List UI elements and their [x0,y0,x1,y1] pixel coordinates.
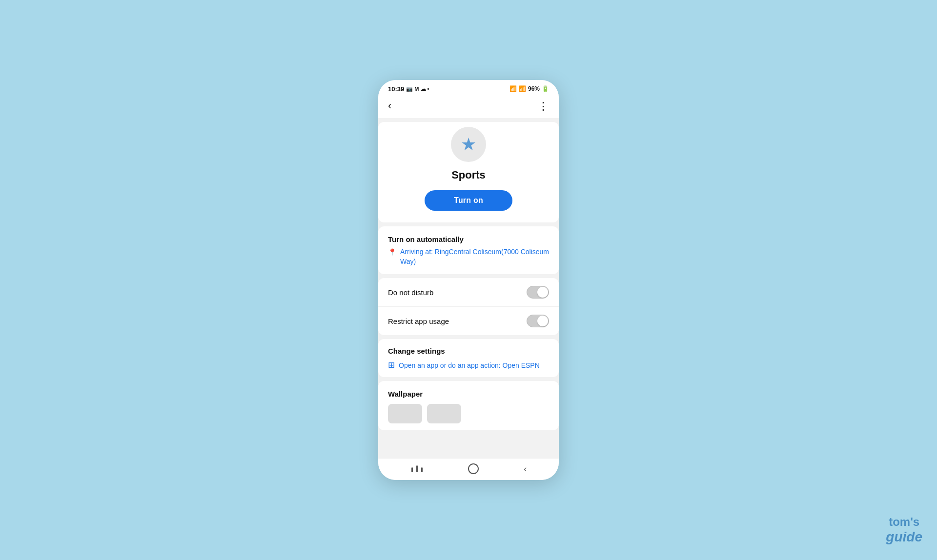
signal-icon: 📶 [519,85,526,92]
wallpaper-thumb-2[interactable] [427,404,461,423]
change-settings-section: Change settings ⊞ Open an app or do an a… [378,339,559,377]
app-action-icon: ⊞ [388,360,395,370]
location-row[interactable]: 📍 Arriving at: RingCentral Coliseum(7000… [388,247,549,266]
scroll-area: ★ Sports Turn on Turn on automatically 📍… [378,118,559,458]
change-settings-title: Change settings [388,347,549,355]
phone-frame: 10:39 📷 M ☁ • 📶 📶 96% 🔋 ‹ ⋮ ★ Sports Tur… [378,80,559,480]
bottom-nav: ‹ [378,458,559,480]
app-action-link[interactable]: Open an app or do an app action: Open ES… [399,361,540,369]
restrict-app-usage-label: Restrict app usage [388,317,449,325]
location-link[interactable]: Arriving at: RingCentral Coliseum(7000 C… [400,247,549,266]
wallpaper-section: Wallpaper [378,381,559,430]
wallpaper-thumbs [388,404,549,423]
turn-on-automatically-title: Turn on automatically [388,235,549,243]
restrict-app-usage-toggle-knob [537,316,548,326]
home-icon [468,463,479,474]
star-icon: ★ [461,134,476,155]
nav-line-2 [416,465,418,472]
nav-line-1 [411,467,413,472]
watermark-line1: tom's [886,515,922,529]
status-bar: 10:39 📷 M ☁ • 📶 📶 96% 🔋 [378,80,559,96]
do-not-disturb-row: Do not disturb [378,278,559,307]
toggles-card: Do not disturb Restrict app usage [378,278,559,335]
home-button[interactable] [468,463,479,474]
app-action-row[interactable]: ⊞ Open an app or do an app action: Open … [388,360,549,370]
location-pin-icon: 📍 [388,248,396,256]
recent-apps-button[interactable] [410,465,424,472]
back-nav-icon: ‹ [524,464,527,474]
back-button[interactable]: ‹ [386,99,393,113]
mode-icon-circle: ★ [451,127,486,162]
watermark: tom's guide [886,515,922,545]
restrict-app-usage-row: Restrict app usage [378,307,559,335]
mode-title: Sports [451,169,486,181]
do-not-disturb-label: Do not disturb [388,288,433,297]
top-bar: ‹ ⋮ [378,96,559,118]
status-time: 10:39 [388,85,404,93]
wallpaper-title: Wallpaper [388,390,549,398]
status-icons: 📷 M ☁ • [406,86,429,92]
status-right: 📶 📶 96% 🔋 [509,85,549,92]
battery-level: 96% [528,85,540,92]
overflow-menu-button[interactable]: ⋮ [536,101,551,111]
nav-line-3 [421,467,423,472]
back-nav-button[interactable]: ‹ [524,464,527,474]
wallpaper-thumb-1[interactable] [388,404,422,423]
restrict-app-usage-toggle[interactable] [527,315,549,327]
turn-on-automatically-card: Turn on automatically 📍 Arriving at: Rin… [378,226,559,274]
status-left: 10:39 📷 M ☁ • [388,85,429,93]
battery-icon: 🔋 [542,85,549,92]
change-settings-card: Change settings ⊞ Open an app or do an a… [378,339,559,377]
hero-section: ★ Sports Turn on [378,122,559,222]
do-not-disturb-toggle-knob [537,287,548,298]
turn-on-automatically-section: Turn on automatically 📍 Arriving at: Rin… [378,226,559,274]
wifi-icon: 📶 [509,85,517,92]
do-not-disturb-toggle[interactable] [527,286,549,299]
turn-on-button[interactable]: Turn on [425,190,512,211]
recent-apps-icon [410,465,424,472]
watermark-line2: guide [886,529,922,545]
